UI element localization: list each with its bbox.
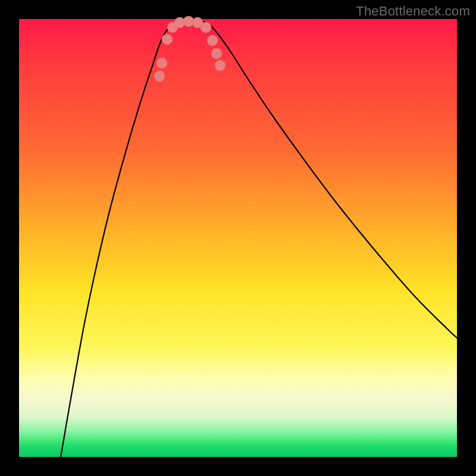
outer-frame: TheBottleneck.com <box>0 0 476 476</box>
marker-dot <box>162 34 173 45</box>
curve-right-branch <box>211 26 457 338</box>
watermark-text: TheBottleneck.com <box>356 4 470 19</box>
marker-dot <box>215 60 226 71</box>
marker-group <box>154 16 226 82</box>
marker-dot <box>211 48 222 59</box>
marker-dot <box>154 71 165 82</box>
marker-dot <box>201 22 211 33</box>
curve-overlay <box>19 19 457 457</box>
marker-dot <box>156 58 167 68</box>
curve-left-branch <box>61 26 171 457</box>
marker-dot <box>207 35 218 46</box>
